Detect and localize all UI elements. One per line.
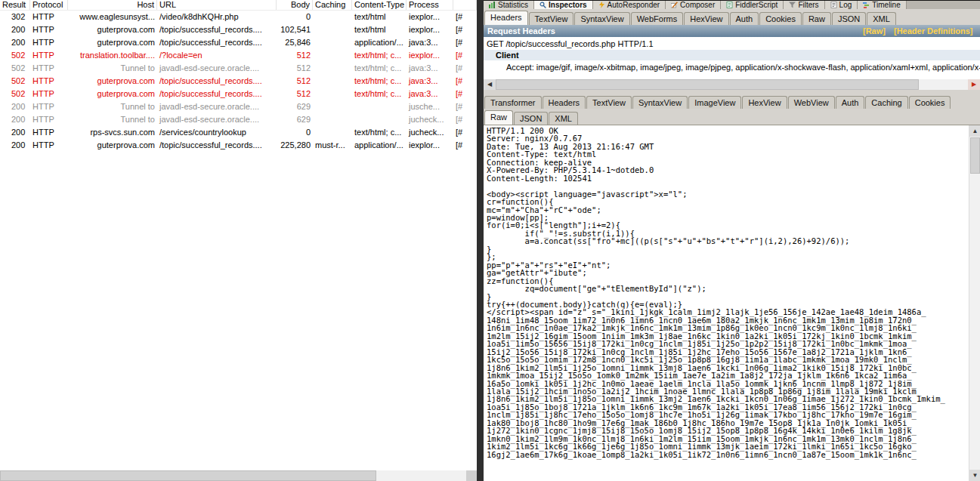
session-row[interactable]: 502HTTPguterprova.com/topic/successful_r… [0, 75, 477, 88]
accept-header-line[interactable]: Accept: image/gif, image/x-xbitmap, imag… [484, 60, 980, 79]
request-tab-syntaxview[interactable]: SyntaxView [574, 12, 629, 25]
request-inspector-tabs: HeadersTextViewSyntaxViewWebFormsHexView… [484, 9, 980, 25]
column-header-process[interactable]: Process [407, 0, 453, 10]
request-tab-cookies[interactable]: Cookies [759, 12, 802, 25]
cell-body: 629 [277, 113, 313, 126]
column-header-caching[interactable]: Caching [313, 0, 352, 10]
cell-result: 502 [0, 49, 30, 62]
response-tab-hexview[interactable]: HexView [742, 96, 787, 109]
request-tab-json[interactable]: JSON [832, 12, 866, 25]
response-tab-caching[interactable]: Caching [865, 96, 907, 109]
header-definitions-link[interactable]: [Header Definitions] [894, 26, 973, 35]
column-header-content_type[interactable]: Content-Type [352, 0, 407, 10]
main-tab-log[interactable]: Log [825, 1, 858, 9]
column-header-protocol[interactable]: Protocol [30, 0, 68, 10]
cell-protocol: HTTP [30, 23, 68, 36]
cell-result: 200 [0, 100, 30, 113]
main-tab-filters[interactable]: Filters [784, 1, 824, 9]
request-tab-auth[interactable]: Auth [730, 12, 759, 25]
session-row[interactable]: 502HTTPtranslation.toolbar..../?locale=e… [0, 49, 477, 62]
cell-process: java:3... [407, 62, 453, 75]
session-row[interactable]: 200HTTPTunnel tojavadl-esd-secure.oracle… [0, 113, 477, 126]
main-tab-statistics[interactable]: Statistics [484, 1, 534, 9]
cell-protocol: HTTP [30, 88, 68, 100]
session-rows: 302HTTPwww.eaglesunsyst.../video/k8dhKQH… [0, 11, 477, 152]
request-tab-raw[interactable]: Raw [802, 12, 831, 25]
response-tab-xml[interactable]: XML [549, 112, 578, 125]
cell-body: 0 [277, 126, 313, 139]
request-tab-hexview[interactable]: HexView [684, 12, 728, 25]
main-tab-label: FiddlerScript [735, 1, 778, 9]
cell-protocol: HTTP [30, 100, 68, 113]
request-tab-webforms[interactable]: WebForms [631, 12, 684, 25]
response-vscroll-thumb[interactable] [970, 137, 980, 174]
raw-link[interactable]: [Raw] [863, 26, 886, 35]
session-list-hscrollbar[interactable] [0, 470, 466, 481]
response-tab-auth[interactable]: Auth [836, 96, 865, 109]
column-header-url[interactable]: URL [157, 0, 277, 10]
cell-caching [313, 62, 352, 75]
session-row[interactable]: 502HTTPTunnel tojavadl-esd-secure.oracle… [0, 62, 477, 75]
cell-extra: [# [453, 126, 477, 139]
cell-extra: [# [453, 100, 477, 113]
request-tab-textview[interactable]: TextView [529, 12, 574, 25]
client-section-header[interactable]: Client [484, 50, 980, 60]
session-row[interactable]: 200HTTPTunnel tojavadl-esd-secure.oracle… [0, 100, 477, 113]
scroll-right-arrow-icon[interactable]: ▶ [968, 79, 980, 90]
response-tab-transformer[interactable]: Transformer [484, 96, 542, 109]
response-tab-imageview[interactable]: ImageView [688, 96, 741, 109]
request-headers-view: GET /topic/successful_records.php HTTP/1… [484, 37, 980, 90]
scroll-up-arrow-icon[interactable]: ▲ [969, 125, 980, 137]
session-row[interactable]: 502HTTPguterprova.com/topic/successful_r… [0, 88, 477, 100]
request-hscroll-thumb[interactable] [496, 79, 919, 90]
main-tab-fiddlerscript[interactable]: FiddlerScript [721, 1, 784, 9]
main-tab-inspectors[interactable]: Inspectors [534, 1, 593, 9]
response-tab-headers[interactable]: Headers [543, 96, 586, 109]
response-body-text[interactable]: HTTP/1.1 200 OK Server: nginx/0.7.67 Dat… [484, 125, 980, 458]
panel-splitter[interactable] [477, 0, 484, 481]
main-tab-timeline[interactable]: Timeline [858, 1, 906, 9]
session-row[interactable]: 200HTTPguterprova.com/topic/successful_r… [0, 23, 477, 36]
request-hscrollbar[interactable]: ◀ ▶ [484, 79, 980, 90]
column-header-host[interactable]: Host [68, 0, 157, 10]
response-tab-raw[interactable]: Raw [484, 110, 513, 125]
main-tab-label: AutoResponder [607, 1, 660, 9]
scroll-left-arrow-icon[interactable]: ◀ [484, 79, 496, 90]
response-vscrollbar[interactable]: ▲ ▼ [969, 125, 980, 481]
cell-caching [313, 126, 352, 139]
autoresponder-icon [598, 2, 605, 8]
session-row[interactable]: 200HTTPguterprova.com/topic/successful_r… [0, 36, 477, 49]
main-tab-autoresponder[interactable]: AutoResponder [593, 1, 666, 9]
cell-extra: [# [453, 36, 477, 49]
column-header-extra[interactable] [453, 0, 477, 10]
session-row[interactable]: 302HTTPwww.eaglesunsyst.../video/k8dhKQH… [0, 11, 477, 23]
session-row[interactable]: 200HTTPguterprova.com/topic/successful_r… [0, 139, 477, 152]
cell-caching: must-r... [313, 139, 352, 152]
session-hscroll-thumb[interactable] [0, 470, 376, 481]
cell-body: 225,280 [277, 139, 313, 152]
request-tab-xml[interactable]: XML [867, 12, 896, 25]
request-tab-headers[interactable]: Headers [484, 11, 528, 25]
session-list-panel: ResultProtocolHostURLBodyCachingContent-… [0, 0, 477, 481]
response-tab-syntaxview[interactable]: SyntaxView [632, 96, 688, 109]
column-header-result[interactable]: Result [0, 0, 30, 10]
statistics-icon [489, 2, 496, 8]
response-tab-cookies[interactable]: Cookies [909, 96, 951, 109]
main-tab-label: Filters [798, 1, 818, 9]
log-icon [830, 2, 837, 8]
main-tab-composer[interactable]: Composer [666, 1, 721, 9]
response-tab-json[interactable]: JSON [514, 112, 548, 125]
scroll-down-arrow-icon[interactable]: ▼ [969, 470, 980, 481]
request-line[interactable]: GET /topic/successful_records.php HTTP/1… [484, 37, 980, 50]
session-row[interactable]: 200HTTPrps-svcs.sun.com/services/country… [0, 126, 477, 139]
cell-protocol: HTTP [30, 126, 68, 139]
cell-url: /topic/successful_records.... [157, 36, 277, 49]
response-tab-webview[interactable]: WebView [788, 96, 835, 109]
response-tab-textview[interactable]: TextView [586, 96, 632, 109]
cell-content_type: text/html; c... [352, 62, 407, 75]
cell-host: Tunnel to [68, 62, 157, 75]
cell-protocol: HTTP [30, 49, 68, 62]
cell-url: /topic/successful_records.... [157, 75, 277, 88]
cell-host: guterprova.com [68, 75, 157, 88]
column-header-body[interactable]: Body [277, 0, 313, 10]
